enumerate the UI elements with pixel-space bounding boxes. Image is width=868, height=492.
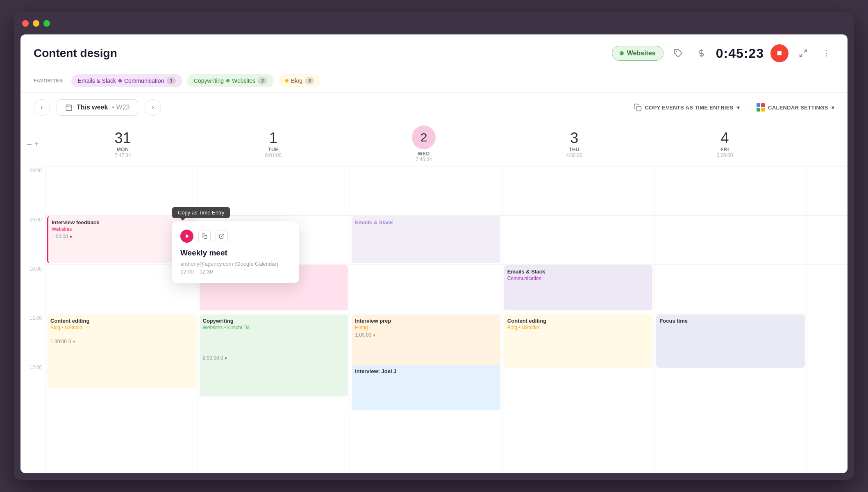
calendar-settings-button[interactable]: CALENDAR SETTINGS ▾: [757, 103, 834, 112]
dollar-icon[interactable]: [693, 45, 709, 61]
svg-marker-13: [186, 234, 189, 238]
prev-week-button[interactable]: ‹: [34, 99, 50, 116]
svg-point-5: [826, 50, 827, 51]
content-editing-mon-tags: Blog • UStudio: [50, 325, 193, 330]
copywriting-label: Copywriting: [194, 77, 224, 84]
zoom-controls: – +: [27, 136, 48, 152]
svg-point-0: [676, 51, 677, 52]
expand-icon[interactable]: [795, 45, 811, 61]
emails-dot: [118, 79, 122, 82]
day-header-thu: 3 THU 4:30:20: [499, 126, 650, 162]
calendar-grid: Interview feedback Websites 1:00:00 ♦ Co…: [45, 166, 848, 473]
interview-feedback-duration: 1:00:00 ♦: [52, 234, 193, 239]
svg-rect-8: [66, 105, 72, 111]
calendar-icon: [65, 104, 73, 111]
fri-column: Focus time: [654, 166, 807, 473]
calendar-toolbar: ‹ This week • W23 › COPY EV: [20, 93, 848, 122]
day-header-mon: 31 MON 7:47:34: [48, 126, 198, 162]
copywriting-dot: [226, 79, 229, 82]
mon-time: 7:47:34: [48, 153, 198, 158]
interview-joel-title: Interview: Joel J: [355, 368, 497, 374]
favorites-item-emails-slack[interactable]: Emails & Slack Communication 1: [71, 74, 182, 87]
week-selector[interactable]: This week • W23: [57, 99, 138, 116]
favorites-item-copywriting[interactable]: Copywriting Websites 2: [187, 74, 274, 87]
emails-slack-label: Emails & Slack: [78, 77, 116, 84]
popup-time-range: 12:00 – 12:30: [180, 269, 291, 275]
event-emails-slack-thu[interactable]: Emails & Slack Communication: [504, 265, 653, 310]
popup-copy-button[interactable]: [198, 230, 211, 242]
mon-label: MON: [48, 147, 198, 153]
svg-line-15: [221, 234, 224, 237]
website-label: Websites: [627, 50, 656, 57]
svg-line-3: [804, 50, 807, 52]
timer-display: 0:45:23: [716, 46, 764, 61]
zoom-in-icon[interactable]: +: [34, 139, 39, 149]
tag-icon[interactable]: [670, 45, 686, 61]
next-week-button[interactable]: ›: [145, 99, 161, 116]
favorites-label: FAVORITES: [34, 78, 63, 84]
event-emails-slack-wed[interactable]: Emails & Slack: [352, 216, 500, 263]
popup-play-button[interactable]: [180, 230, 193, 243]
maximize-button[interactable]: [43, 20, 50, 27]
copy-events-button[interactable]: COPY EVENTS AS TIME ENTRIES ▾: [634, 103, 740, 112]
copywriting-tue-bottom: 2:00:00 $ ♦: [203, 355, 345, 361]
week-label: This week: [77, 104, 108, 111]
popup-external-link-button[interactable]: [216, 230, 228, 242]
popup-tooltip: Copy as Time Entry: [172, 207, 230, 218]
favorites-item-blog[interactable]: Blog 3: [279, 74, 321, 87]
time-label-12: 12:00: [20, 363, 45, 412]
cal-settings-label: CALENDAR SETTINGS: [768, 105, 828, 111]
blog-label: Blog: [291, 77, 302, 84]
page-title: Content design: [34, 47, 605, 60]
close-button[interactable]: [22, 20, 29, 27]
tue-num: 1: [198, 130, 348, 147]
copywriting-tag: Websites: [232, 77, 255, 84]
blog-count: 3: [305, 77, 314, 84]
svg-point-7: [826, 55, 827, 57]
fri-time: 0:00:00: [650, 153, 800, 158]
day-header-tue: 1 TUE 8:01:00: [198, 126, 348, 162]
main-content: Content design Websites 0:45:23: [20, 34, 848, 473]
day-header-fri: 4 FRI 0:00:00: [650, 126, 800, 162]
favorites-bar: FAVORITES Emails & Slack Communication 1…: [20, 69, 848, 93]
thu-label: THU: [499, 147, 650, 153]
stop-button[interactable]: [770, 44, 788, 62]
copywriting-tue-tags: Websites • Kimchi Da: [203, 325, 345, 330]
popup-card: Weekly meet anthony@agency.com (Google C…: [172, 221, 299, 283]
mon-num: 31: [48, 130, 198, 147]
content-editing-thu-tags: Blog • UStudio: [507, 325, 650, 330]
tooltip-arrow: [180, 218, 185, 221]
more-options-icon[interactable]: [818, 45, 834, 61]
svg-rect-12: [636, 107, 641, 111]
fri-label: FRI: [650, 147, 800, 153]
toolbar-right: COPY EVENTS AS TIME ENTRIES ▾ CALENDAR S…: [634, 101, 834, 114]
minimize-button[interactable]: [33, 20, 39, 27]
fri-num: 4: [650, 130, 800, 147]
event-copywriting-tue[interactable]: Copywriting Websites • Kimchi Da 2:00:00…: [200, 314, 348, 396]
interview-prep-duration: 1:00:00 ♦: [355, 332, 497, 338]
popup-title: Weekly meet: [180, 248, 291, 257]
copywriting-count: 2: [258, 77, 267, 84]
calendar-body: 08:00 09:00 10:00 11:00 12:00: [20, 166, 848, 473]
interview-feedback-title: Interview feedback: [52, 219, 193, 226]
content-editing-thu-title: Content editing: [507, 318, 650, 324]
wed-column: Emails & Slack Interview prep Hiring 1:0…: [350, 166, 502, 473]
thu-time: 4:30:20: [499, 153, 650, 158]
thu-num: 3: [499, 130, 650, 147]
svg-rect-2: [777, 51, 782, 55]
event-content-editing-mon[interactable]: Content editing Blog • UStudio 1:30:00 $…: [47, 314, 196, 388]
event-interview-joel[interactable]: Interview: Joel J: [352, 365, 500, 410]
weekend-column: [807, 166, 848, 473]
app-window: Content design Websites 0:45:23: [14, 12, 854, 480]
day-headers: – + 31 MON 7:47:34 1 TUE 8:01:00 2: [20, 122, 848, 166]
website-dot: [620, 51, 624, 55]
event-focus-time[interactable]: Focus time: [656, 314, 805, 368]
interview-prep-tag: Hiring: [355, 325, 497, 330]
emails-slack-thu-tag: Communication: [507, 276, 650, 281]
popup-email: anthony@agency.com (Google Calendar): [180, 261, 291, 267]
cal-settings-chevron: ▾: [832, 105, 834, 111]
zoom-out-icon[interactable]: –: [27, 139, 32, 149]
emails-slack-wed-title: Emails & Slack: [355, 219, 497, 226]
website-badge[interactable]: Websites: [612, 46, 663, 61]
event-content-editing-thu[interactable]: Content editing Blog • UStudio: [504, 314, 653, 368]
